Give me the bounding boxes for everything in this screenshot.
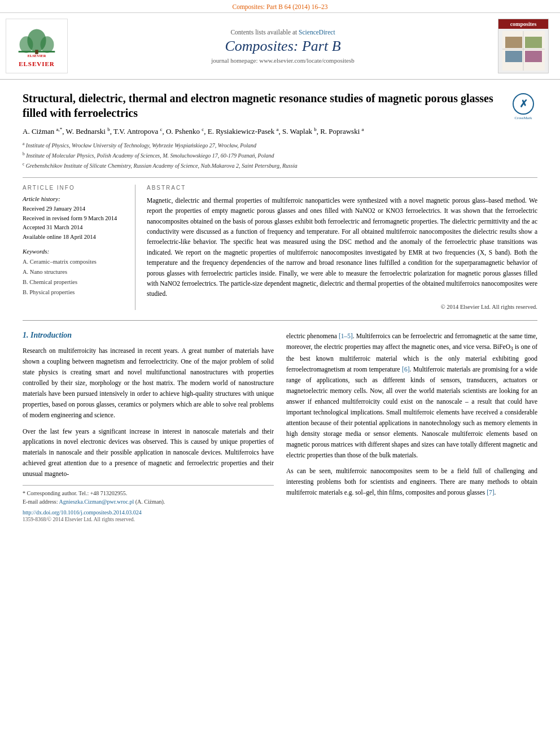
keywords-list: A. Ceramic–matrix composites A. Nano str… — [23, 257, 126, 297]
available-date: Available online 18 April 2014 — [23, 233, 126, 242]
intro-heading-text: 1. Introduction — [23, 331, 72, 339]
svg-rect-8 — [525, 37, 542, 48]
copyright-line: © 2014 Elsevier Ltd. All rights reserved… — [147, 304, 537, 310]
elsevier-brand-label: ELSEVIER — [19, 60, 55, 67]
issn-line: 1359-8368/© 2014 Elsevier Ltd. All right… — [23, 517, 274, 522]
abstract-text: Magnetic, dielectric and thermal propert… — [147, 195, 537, 299]
sciencedirect-label: Contents lists available at ScienceDirec… — [73, 29, 492, 36]
body-content: 1. Introduction Research on multiferroic… — [23, 331, 537, 523]
intro-heading: 1. Introduction — [23, 331, 274, 340]
main-content: Structural, dielectric, thermal and elec… — [0, 80, 560, 534]
abstract-col: ABSTRACT Magnetic, dielectric and therma… — [147, 185, 537, 310]
article-info-abstract-section: ARTICLE INFO Article history: Received 2… — [23, 177, 537, 310]
elsevier-logo: ELSEVIER ELSEVIER — [6, 19, 68, 73]
article-history-label: Article history: — [23, 195, 126, 202]
received-revised-date: Received in revised form 9 March 2014 — [23, 214, 126, 224]
svg-rect-10 — [525, 51, 542, 62]
ref-7[interactable]: [7] — [487, 489, 494, 496]
journal-citation-text: Composites: Part B 64 (2014) 16–23 — [233, 3, 328, 10]
composites-logo: composites — [498, 19, 549, 73]
svg-rect-7 — [505, 37, 522, 48]
journal-citation-bar: Composites: Part B 64 (2014) 16–23 — [0, 0, 560, 13]
email-footnote: E-mail address: Agnieszka.Cizman@pwr.wro… — [23, 497, 274, 506]
affiliation-c: c Grebenshchikov Institute of Silicate C… — [23, 161, 537, 170]
ref-6[interactable]: [6] — [402, 366, 409, 373]
journal-header: ELSEVIER ELSEVIER Contents lists availab… — [0, 13, 560, 80]
ref-1-5[interactable]: [1–5] — [339, 333, 353, 339]
keyword-2: A. Nano structures — [23, 267, 126, 277]
keyword-3: B. Chemical properties — [23, 277, 126, 287]
keywords-label: Keywords: — [23, 248, 126, 255]
intro-para4: As can be seen, multiferroic nanocomposi… — [286, 466, 537, 498]
article-history: Article history: Received 29 January 201… — [23, 195, 126, 242]
keyword-4: B. Physical properties — [23, 287, 126, 298]
keywords-section: Keywords: A. Ceramic–matrix composites A… — [23, 248, 126, 297]
svg-point-2 — [20, 36, 33, 53]
email-link[interactable]: Agnieszka.Cizman@pwr.wroc.pl — [59, 499, 134, 505]
doi-link[interactable]: http://dx.doi.org/10.1016/j.compositesb.… — [23, 509, 142, 516]
article-title-section: Structural, dielectric, thermal and elec… — [23, 91, 537, 120]
crossmark-label: CrossMark — [514, 116, 532, 120]
body-left-col: 1. Introduction Research on multiferroic… — [23, 331, 274, 523]
authors-line: A. Ciżman a,*, W. Bednarski b, T.V. Antr… — [23, 126, 537, 137]
footnote-section: * Corresponding author. Tel.: +48 713202… — [23, 485, 274, 522]
svg-text:ELSEVIER: ELSEVIER — [28, 54, 46, 58]
intro-para3: electric phenomena [1–5]. Multiferroics … — [286, 331, 537, 461]
journal-info-center: Contents lists available at ScienceDirec… — [73, 19, 492, 73]
body-right-col: electric phenomena [1–5]. Multiferroics … — [286, 331, 537, 523]
crossmark-icon: ✗ — [513, 93, 534, 115]
doi-line[interactable]: http://dx.doi.org/10.1016/j.compositesb.… — [23, 509, 274, 516]
sciencedirect-link[interactable]: ScienceDirect — [299, 29, 335, 36]
affiliations: a Institute of Physics, Wrocław Universi… — [23, 141, 537, 171]
received-date: Received 29 January 2014 — [23, 204, 126, 214]
journal-homepage: journal homepage: www.elsevier.com/locat… — [73, 57, 492, 64]
crossmark-badge[interactable]: ✗ CrossMark — [509, 93, 537, 120]
keyword-1: A. Ceramic–matrix composites — [23, 257, 126, 267]
svg-point-3 — [40, 36, 54, 53]
intro-para1: Research on multiferroicity has increase… — [23, 346, 274, 421]
composites-logo-image — [498, 29, 548, 73]
intro-para2: Over the last few years a significant in… — [23, 426, 274, 480]
article-info-heading: ARTICLE INFO — [23, 185, 126, 191]
article-title: Structural, dielectric, thermal and elec… — [23, 91, 509, 120]
article-info-col: ARTICLE INFO Article history: Received 2… — [23, 185, 135, 310]
abstract-heading: ABSTRACT — [147, 185, 537, 191]
svg-rect-9 — [505, 51, 522, 62]
journal-title: Composites: Part B — [73, 38, 492, 55]
corresponding-author: * Corresponding author. Tel.: +48 713202… — [23, 489, 274, 497]
affiliation-a: a Institute of Physics, Wrocław Universi… — [23, 141, 537, 150]
section-divider — [23, 320, 537, 321]
affiliation-b: b Institute of Molecular Physics, Polish… — [23, 151, 537, 160]
elsevier-tree-icon: ELSEVIER — [14, 25, 59, 59]
accepted-date: Accepted 31 March 2014 — [23, 223, 126, 233]
composites-logo-label: composites — [498, 19, 548, 29]
